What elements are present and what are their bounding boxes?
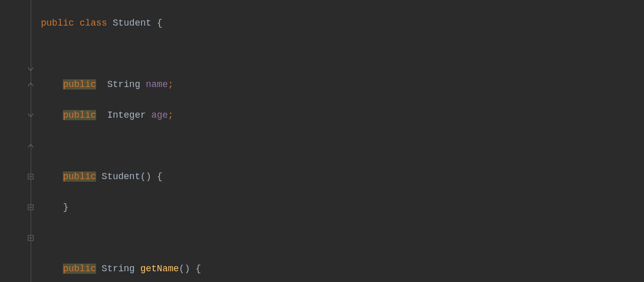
field-name: age	[151, 110, 168, 120]
semicolon: ;	[168, 110, 173, 120]
fold-collapse-icon[interactable]	[27, 66, 34, 73]
brace-open: {	[157, 18, 163, 28]
keyword-public: public	[63, 79, 96, 90]
fold-end-icon[interactable]	[27, 81, 34, 88]
constructor-name: Student	[102, 171, 141, 182]
type-ref: String	[102, 264, 135, 274]
code-line: }	[41, 200, 644, 215]
parens: ()	[140, 171, 151, 182]
code-line: public String getName() {	[41, 261, 644, 276]
brace-open: {	[196, 264, 201, 274]
code-line: public String name;	[41, 77, 644, 92]
keyword-class: class	[80, 18, 107, 28]
fold-expand-icon[interactable]	[27, 173, 34, 180]
type-ref: String	[107, 79, 141, 90]
type-ref: Integer	[107, 110, 146, 120]
code-line	[41, 46, 644, 61]
keyword-public: public	[63, 110, 96, 120]
class-name: Student	[112, 18, 151, 28]
fold-expand-icon[interactable]	[27, 234, 34, 242]
keyword-public: public	[63, 264, 96, 274]
code-editor[interactable]: public class Student { public String nam…	[0, 0, 644, 282]
brace-close: }	[63, 202, 68, 212]
fold-expand-icon[interactable]	[27, 204, 34, 211]
brace-open: {	[157, 171, 163, 182]
parens: ()	[179, 264, 190, 274]
code-line: public Student() {	[41, 169, 644, 184]
fold-end-icon[interactable]	[27, 142, 34, 149]
semicolon: ;	[168, 79, 173, 90]
code-area[interactable]: public class Student { public String nam…	[36, 0, 644, 282]
field-name: name	[146, 79, 168, 90]
code-line	[41, 138, 644, 154]
fold-collapse-icon[interactable]	[27, 112, 34, 119]
keyword-public: public	[41, 18, 74, 28]
code-line	[41, 230, 644, 246]
code-line: public Integer age;	[41, 107, 644, 123]
method-name: getName	[140, 264, 179, 274]
keyword-public: public	[63, 171, 96, 182]
code-line: public class Student {	[41, 15, 644, 31]
gutter	[0, 0, 36, 282]
